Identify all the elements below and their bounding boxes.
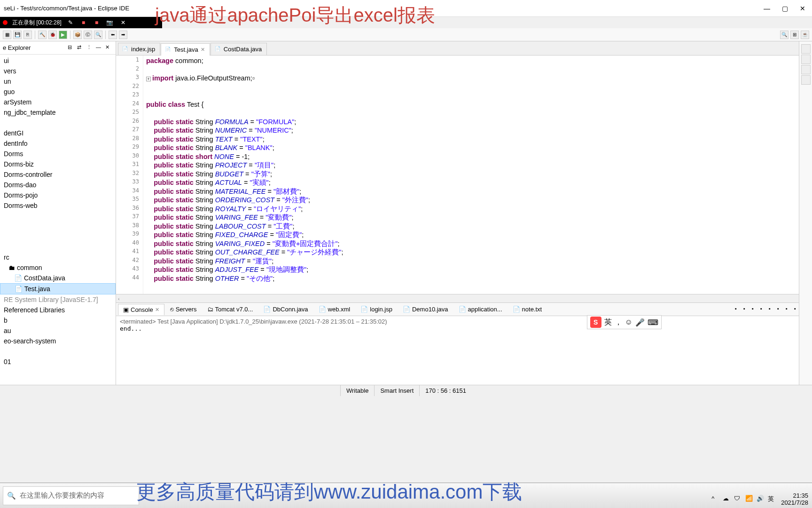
save-icon[interactable]: 💾 — [13, 31, 22, 39]
code-line[interactable]: public static String FREIGHT = "運賃"; — [146, 257, 812, 266]
code-line[interactable]: public static String BUDGET = "予算"; — [146, 170, 812, 179]
class-icon[interactable]: Ⓒ — [84, 31, 92, 39]
tray-ime-icon[interactable]: 英 — [768, 495, 776, 503]
tree-item[interactable]: arSystem — [0, 97, 116, 107]
code-line[interactable]: public static String FIXED_CHARGE = "固定費… — [146, 230, 812, 239]
tree-item[interactable]: vers — [0, 66, 116, 76]
tree-item[interactable]: 🖿 common — [0, 262, 116, 273]
tree-item[interactable]: Dorms-web — [0, 200, 116, 211]
tray-volume-icon[interactable]: 🔊 — [757, 495, 765, 503]
console-tab[interactable]: 📄Demo10.java — [398, 304, 453, 315]
close-button[interactable]: ✕ — [797, 3, 808, 14]
code-line[interactable]: public static String BLANK = "BLANK"; — [146, 143, 812, 152]
terminate-icon[interactable]: ▪ — [735, 306, 742, 313]
editor-tab[interactable]: 📄index.jsp — [118, 43, 160, 55]
rec-edit-icon[interactable]: ✎ — [66, 18, 75, 27]
maximize-button[interactable]: ▢ — [779, 3, 790, 14]
code-line[interactable] — [146, 83, 812, 92]
editor-tab[interactable]: 📄Test.java✕ — [161, 43, 210, 56]
sogou-logo-icon[interactable]: S — [590, 317, 601, 328]
code-line[interactable]: public static String MATERIAL_FEE = "部材費… — [146, 187, 812, 196]
code-line[interactable]: public static String ACTUAL = "実績"; — [146, 178, 812, 187]
console-tab[interactable]: 📄note.txt — [508, 304, 547, 315]
horizontal-scrollbar[interactable]: ‹ › — [116, 294, 812, 302]
code-line[interactable]: public static String VARING_FEE = "変動費"; — [146, 213, 812, 222]
tree-item[interactable]: dentInfo — [0, 138, 116, 149]
console-tab[interactable]: 📄DbConn.java — [258, 304, 312, 315]
tree-item[interactable]: Dorms-dao — [0, 180, 116, 190]
console-tab[interactable]: 🗂Tomcat v7.0... — [203, 304, 258, 315]
code-line[interactable]: +import java.io.FileOutputStream;▫ — [146, 74, 812, 83]
tree-item[interactable]: Dorms-controller — [0, 169, 116, 180]
tree-item[interactable]: 01 — [0, 357, 116, 367]
code-line[interactable]: public static String VARING_FIXED = "変動費… — [146, 239, 812, 248]
search-bar-icon[interactable]: 🔍 — [780, 31, 789, 39]
code-line[interactable]: public static String OTHER = "その他"; — [146, 274, 812, 283]
tree-item[interactable]: au — [0, 325, 116, 336]
code-line[interactable]: public class Test { — [146, 100, 812, 109]
code-line[interactable]: public static String LABOUR_COST = "工費"; — [146, 222, 812, 231]
ime-lang-indicator[interactable]: 英 — [604, 318, 612, 327]
pin-icon[interactable]: ▪ — [769, 306, 776, 313]
minimize-button[interactable]: — — [761, 3, 773, 14]
build-icon[interactable]: 🔨 — [38, 31, 47, 39]
console-tab[interactable]: ▣Console ✕ — [118, 304, 164, 315]
tree-item[interactable]: Dorms-pojo — [0, 190, 116, 200]
ime-mic-icon[interactable]: 🎤 — [635, 318, 645, 327]
view-menu-icon[interactable]: ⋮ — [86, 44, 94, 52]
code-line[interactable] — [146, 91, 812, 100]
console-tab[interactable]: ⎋Servers — [165, 304, 202, 315]
tree-item[interactable]: 📄 CostData.java — [0, 273, 116, 283]
code-line[interactable]: public static short NONE = -1; — [146, 152, 812, 161]
back-icon[interactable]: ⬅ — [109, 31, 117, 39]
tree-item[interactable]: un — [0, 76, 116, 87]
close-view-icon[interactable]: ✕ — [105, 44, 113, 52]
rec-pause-icon[interactable]: ■ — [93, 18, 101, 27]
remove-icon[interactable]: ▪ — [743, 306, 751, 313]
forward-icon[interactable]: ➡ — [119, 31, 127, 39]
editor-tab[interactable]: 📄CostData.java — [211, 43, 267, 55]
code-line[interactable]: public static String ROYALTY = "ロイヤリティ"; — [146, 205, 812, 214]
tray-up-icon[interactable]: ^ — [711, 495, 720, 503]
code-line[interactable]: public static String ORDERING_COST = "外注… — [146, 196, 812, 205]
tree-item[interactable]: ng_jdbc_template — [0, 107, 116, 118]
ime-floating-bar[interactable]: S 英 ， ☺ 🎤 ⌨ — [587, 315, 662, 329]
code-line[interactable] — [146, 65, 812, 74]
tree-item[interactable]: ui — [0, 56, 116, 66]
taskbar-clock[interactable]: 21:35 2021/7/28 — [781, 492, 808, 506]
tab-close-icon[interactable]: ✕ — [201, 47, 205, 53]
code-editor[interactable]: 1232223242526272829303132333435363738394… — [116, 56, 812, 294]
code-line[interactable]: public static String TEXT = "TEXT"; — [146, 135, 812, 144]
ime-comma-icon[interactable]: ， — [615, 318, 622, 327]
display-icon[interactable]: ▪ — [777, 306, 785, 313]
java-perspective-icon[interactable]: ☕ — [801, 31, 809, 39]
code-line[interactable]: public static String OUT_CHARGE_FEE = "チ… — [146, 248, 812, 257]
console-tab[interactable]: 📄web.xml — [314, 304, 355, 315]
link-editor-icon[interactable]: ⇄ — [77, 44, 85, 52]
package-icon[interactable]: 📦 — [73, 31, 82, 39]
tree-item[interactable] — [0, 231, 116, 242]
search-icon[interactable]: 🔍 — [94, 31, 102, 39]
tree-item[interactable] — [0, 346, 116, 357]
task-list-icon[interactable] — [801, 55, 811, 64]
tree-item[interactable]: Dorms-biz — [0, 159, 116, 169]
debug-icon[interactable]: 🐞 — [48, 31, 57, 39]
scroll-lock-icon[interactable]: ▪ — [760, 306, 768, 313]
tree-item[interactable]: eo-search-system — [0, 336, 116, 346]
snippets-icon[interactable] — [801, 75, 811, 85]
open-icon[interactable]: ▪ — [786, 306, 793, 313]
ime-keyboard-icon[interactable]: ⌨ — [648, 318, 658, 327]
code-line[interactable]: public static String FORMULA = "FORMULA"… — [146, 118, 812, 127]
perspective-icon[interactable]: ⊞ — [790, 31, 799, 39]
tree-item[interactable] — [0, 221, 116, 231]
tree-item[interactable]: Referenced Libraries — [0, 305, 116, 315]
tree-item[interactable] — [0, 242, 116, 252]
rec-close-icon[interactable]: ✕ — [119, 18, 127, 27]
tray-wifi-icon[interactable]: 📶 — [745, 495, 754, 503]
tree-item[interactable]: Dorms — [0, 149, 116, 159]
tray-cloud-icon[interactable]: ☁ — [723, 495, 731, 503]
tree-item[interactable]: dentGI — [0, 128, 116, 138]
run-icon[interactable]: ▶ — [59, 31, 67, 39]
tree-item[interactable]: guo — [0, 87, 116, 97]
tree-item[interactable] — [0, 118, 116, 128]
